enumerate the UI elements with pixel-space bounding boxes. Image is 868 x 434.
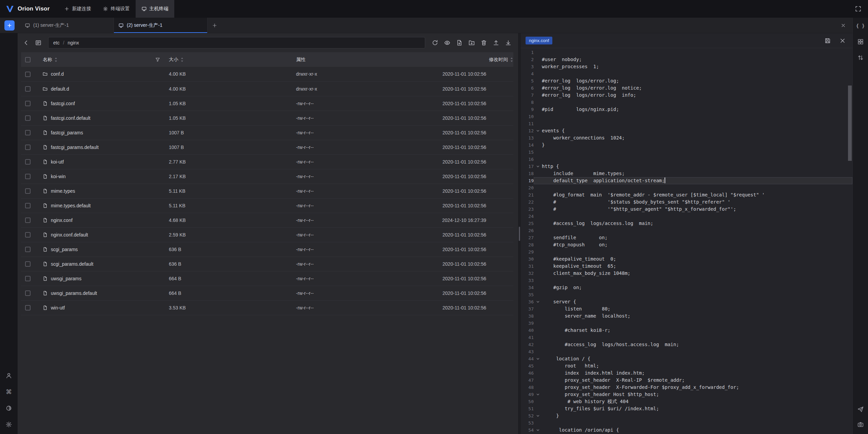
editor-line[interactable]: 41 xyxy=(521,334,852,341)
editor-line[interactable]: 33 xyxy=(521,277,852,284)
fold-chevron-icon[interactable] xyxy=(534,412,542,419)
file-row[interactable]: fastcgi.conf 1.05 KB -rw-r--r-- 2020-11-… xyxy=(21,96,513,111)
row-checkbox[interactable] xyxy=(25,188,31,194)
new-file-button[interactable] xyxy=(454,38,465,48)
editor-line[interactable]: 20 xyxy=(521,184,852,191)
file-row[interactable]: mime.types 5.11 KB -rw-r--r-- 2020-11-01… xyxy=(21,184,513,198)
menu-new-connection[interactable]: 新建连接 xyxy=(58,0,97,18)
editor-line[interactable]: 38 server_name localhost; xyxy=(521,313,852,320)
file-row[interactable]: fastcgi_params 1007 B -rw-r--r-- 2020-11… xyxy=(21,125,513,140)
editor-line[interactable]: 2 #user nobody; xyxy=(521,56,852,63)
back-button[interactable] xyxy=(21,38,31,48)
close-editor-button[interactable] xyxy=(837,36,848,46)
editor-line[interactable]: 1 xyxy=(521,49,852,56)
editor-line[interactable]: 40 #charset koi8-r; xyxy=(521,327,852,334)
editor-line[interactable]: 27 sendfile on; xyxy=(521,234,852,241)
editor-line[interactable]: 45 root html; xyxy=(521,362,852,370)
editor-line[interactable]: 31 keepalive_timeout 65; xyxy=(521,263,852,270)
editor-scrollbar[interactable] xyxy=(848,86,852,161)
breadcrumb-segment-etc[interactable]: etc xyxy=(53,40,60,45)
editor-line[interactable]: 26 xyxy=(521,227,852,234)
editor-line[interactable]: 25 #access_log logs/access.log main; xyxy=(521,220,852,227)
tab-server-2[interactable]: (2) server-生产-1 xyxy=(114,18,208,33)
row-checkbox[interactable] xyxy=(25,305,31,310)
editor-line[interactable]: 14 } xyxy=(521,141,852,149)
editor-line[interactable]: 28 #tcp_nopush on; xyxy=(521,241,852,248)
column-header-mtime[interactable]: 修改时间 xyxy=(425,52,513,67)
file-row[interactable]: koi-utf 2.77 KB -rw-r--r-- 2020-11-01 10… xyxy=(21,154,513,169)
column-header-size[interactable]: 大小 xyxy=(163,52,291,67)
file-row[interactable]: uwsgi_params 664 B -rw-r--r-- 2020-11-01… xyxy=(21,271,513,286)
save-button[interactable] xyxy=(823,36,833,46)
download-button[interactable] xyxy=(503,38,513,48)
editor-line[interactable]: 42 #access_log logs/host.access.log main… xyxy=(521,341,852,348)
editor-line[interactable]: 11 xyxy=(521,120,852,127)
editor-line[interactable]: 30 #keepalive_timeout 0; xyxy=(521,256,852,263)
fold-chevron-icon[interactable] xyxy=(534,391,542,398)
editor-line[interactable]: 4 xyxy=(521,70,852,77)
file-row[interactable]: nginx.conf.default 2.59 KB -rw-r--r-- 20… xyxy=(21,227,513,242)
sort-carets-icon[interactable] xyxy=(180,57,184,62)
row-checkbox[interactable] xyxy=(25,101,31,106)
row-checkbox[interactable] xyxy=(25,261,31,267)
editor-line[interactable]: 54 location /orion/api { xyxy=(521,427,852,434)
file-row[interactable]: nginx.conf 4.68 KB -rw-r--r-- 2024-12-10… xyxy=(21,213,513,227)
file-row[interactable]: mime.types.default 5.11 KB -rw-r--r-- 20… xyxy=(21,198,513,213)
display-theme-button[interactable] xyxy=(3,403,14,414)
editor-line[interactable]: 49 proxy_set_header Host $http_host; xyxy=(521,391,852,398)
resize-grip[interactable] xyxy=(519,227,520,241)
editor-line[interactable]: 36 server { xyxy=(521,298,852,305)
editor-line[interactable]: 5 #error_log logs/error.log; xyxy=(521,77,852,84)
row-checkbox[interactable] xyxy=(25,218,31,223)
editor-line[interactable]: 51 try_files $uri $uri/ /index.html; xyxy=(521,405,852,412)
file-row[interactable]: fastcgi.conf.default 1.05 KB -rw-r--r-- … xyxy=(21,111,513,125)
shortcut-keys-button[interactable]: ⌘ xyxy=(3,386,14,397)
fold-chevron-icon[interactable] xyxy=(534,127,542,134)
row-checkbox[interactable] xyxy=(25,115,31,121)
add-tab-button[interactable] xyxy=(210,20,220,31)
fullscreen-button[interactable] xyxy=(853,4,863,14)
editor-line[interactable]: 13 worker_connections 1024; xyxy=(521,134,852,141)
editor-line[interactable]: 3 worker_processes 1; xyxy=(521,63,852,70)
row-checkbox[interactable] xyxy=(25,174,31,179)
panel-resize-handle[interactable] xyxy=(518,33,521,434)
sort-carets-icon[interactable] xyxy=(510,57,513,62)
row-checkbox[interactable] xyxy=(25,130,31,135)
code-editor[interactable]: 1 2 #user nobody; 3 worker_processes 1; … xyxy=(521,48,852,434)
delete-button[interactable] xyxy=(479,38,489,48)
transfer-list-button[interactable] xyxy=(855,52,866,63)
editor-line[interactable]: 7 #error_log logs/error.log info; xyxy=(521,92,852,99)
close-panel-button[interactable] xyxy=(838,20,848,31)
editor-line[interactable]: 47 proxy_set_header X-Real-IP $remote_ad… xyxy=(521,377,852,384)
upload-button[interactable] xyxy=(491,38,501,48)
editor-line[interactable]: 9 #pid logs/nginx.pid; xyxy=(521,106,852,113)
menu-host-terminal[interactable]: 主机终端 xyxy=(136,0,174,18)
filter-icon[interactable] xyxy=(155,57,160,62)
editor-line[interactable]: 10 xyxy=(521,113,852,120)
send-command-button[interactable] xyxy=(855,404,866,415)
editor-line[interactable]: 48 proxy_set_header X-Forwarded-For $pro… xyxy=(521,384,852,391)
file-row[interactable]: scgi_params 636 B -rw-r--r-- 2020-11-01 … xyxy=(21,242,513,257)
select-all-checkbox[interactable] xyxy=(25,57,31,62)
row-checkbox[interactable] xyxy=(25,232,31,238)
editor-line[interactable]: 39 xyxy=(521,320,852,327)
sort-carets-icon[interactable] xyxy=(54,57,58,62)
row-checkbox[interactable] xyxy=(25,159,31,165)
editor-line[interactable]: 24 xyxy=(521,213,852,220)
fold-chevron-icon[interactable] xyxy=(534,355,542,362)
row-checkbox[interactable] xyxy=(25,276,31,281)
file-list-button[interactable] xyxy=(33,38,43,48)
editor-line[interactable]: 29 xyxy=(521,248,852,256)
fold-chevron-icon[interactable] xyxy=(534,163,542,170)
row-checkbox[interactable] xyxy=(25,72,31,77)
panels-button[interactable] xyxy=(855,36,866,47)
editor-line[interactable]: 22 # '$status $body_bytes_sent "$http_re… xyxy=(521,199,852,206)
editor-line[interactable]: 21 #log_format main '$remote_addr - $rem… xyxy=(521,191,852,199)
editor-line[interactable]: 16 xyxy=(521,156,852,163)
row-checkbox[interactable] xyxy=(25,145,31,150)
editor-line[interactable]: 23 # '"$http_user_agent" "$http_x_forwar… xyxy=(521,206,852,213)
editor-line[interactable]: 6 #error_log logs/error.log notice; xyxy=(521,84,852,92)
editor-line[interactable]: 32 client_max_body_size 1048m; xyxy=(521,270,852,277)
file-row[interactable]: default.d 4.00 KB drwxr-xr-x 2020-11-01 … xyxy=(21,81,513,96)
new-connection-button[interactable] xyxy=(4,20,15,31)
